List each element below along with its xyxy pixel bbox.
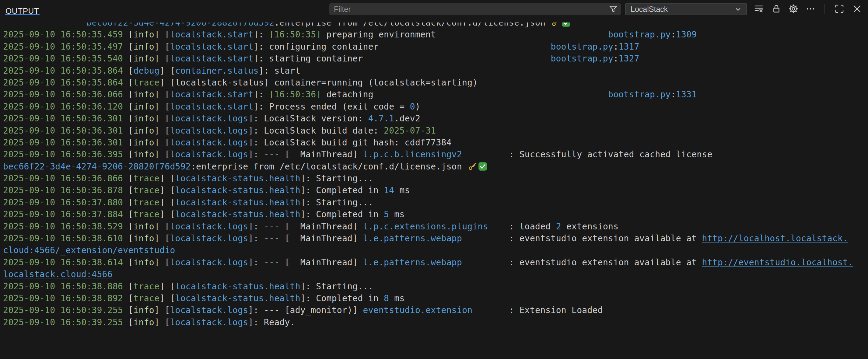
log-text: ] [ xyxy=(154,257,170,267)
log-row: 2025-09-10 16:50:38.892 [trace] [localst… xyxy=(0,292,868,304)
log-text: [ xyxy=(123,66,133,76)
log-row: 2025-09-10 16:50:36.395 [info] [localsta… xyxy=(0,149,868,160)
log-row: 2025-09-10 16:50:39.255 [info] [localsta… xyxy=(0,304,868,316)
filter-input[interactable] xyxy=(329,3,603,15)
funnel-icon xyxy=(609,5,618,14)
log-text: [ xyxy=(123,150,133,159)
log-link[interactable]: localstack.cloud:4566 xyxy=(3,269,113,279)
log-identifier: bec66f22-3d4e-4274-9206-28820f76d592 xyxy=(3,162,191,172)
log-identifier: localstack.logs xyxy=(170,126,248,136)
log-identifier: l.e.patterns.webapp xyxy=(363,257,462,267)
file-link[interactable]: bootstrap.py xyxy=(551,42,614,52)
close-panel-button[interactable] xyxy=(851,3,863,15)
log-identifier: l.e.patterns.webapp xyxy=(363,233,462,243)
log-identifier: 0 xyxy=(410,102,415,112)
log-timestamp: 2025-09-10 16:50:38.886 xyxy=(3,282,123,291)
log-padding xyxy=(472,305,509,315)
log-row-clipped: bec66f22-3d4e-4274-9206-28820f76d592:ent… xyxy=(0,23,868,29)
log-row: 2025-09-10 16:50:38.610 [info] [localsta… xyxy=(0,232,868,244)
log-text: [ xyxy=(123,209,133,219)
log-text: [ xyxy=(123,102,133,112)
file-link[interactable]: 1317 xyxy=(618,42,640,52)
file-link[interactable]: 1327 xyxy=(618,54,640,64)
log-text: detaching xyxy=(321,90,373,99)
log-level: info xyxy=(133,137,154,148)
file-link[interactable]: bootstrap.py xyxy=(551,54,613,64)
log-timestamp: 2025-09-10 16:50:36.120 xyxy=(3,102,123,112)
log-identifier: localstack-status.health xyxy=(175,209,300,219)
log-text: ] [ xyxy=(154,54,170,64)
log-timestamp: 2025-09-10 16:50:38.892 xyxy=(3,293,123,303)
log-text: ] [localstack-status] container=running … xyxy=(159,77,477,88)
log-identifier: localstack-status.health xyxy=(175,185,300,195)
key-icon xyxy=(551,23,561,28)
log-identifier: localstack.start xyxy=(170,30,253,39)
log-level: info xyxy=(133,102,154,112)
log-link[interactable]: http://localhost.localstack. xyxy=(702,233,848,243)
more-actions-button[interactable] xyxy=(804,3,816,15)
log-text: : loaded xyxy=(509,222,556,231)
log-timestamp: trace xyxy=(133,209,159,219)
log-identifier: 2 xyxy=(556,222,561,231)
log-viewport[interactable]: bec66f22-3d4e-4274-9206-28820f76d592:ent… xyxy=(0,23,868,359)
check-icon xyxy=(477,162,488,172)
log-identifier: 8 xyxy=(384,293,389,303)
log-level: info xyxy=(133,222,154,231)
tab-output[interactable]: OUTPUT xyxy=(5,5,39,17)
log-text: ]: --- [ady_monitor)] xyxy=(248,305,363,315)
log-row: 2025-09-10 16:50:36.066 [info] [localsta… xyxy=(0,89,868,100)
log-identifier: debug xyxy=(133,66,159,76)
output-channel-value: LocalStack xyxy=(630,5,668,14)
file-link[interactable]: bootstrap.py xyxy=(608,30,671,39)
log-identifier: localstack-status.health xyxy=(175,197,300,207)
log-level: info xyxy=(133,126,154,136)
log-text: : xyxy=(613,54,618,64)
log-text: ms xyxy=(389,293,404,303)
file-link[interactable]: 1331 xyxy=(676,90,697,99)
log-timestamp: 2025-09-10 16:50:35.540 xyxy=(3,54,123,64)
log-timestamp: trace xyxy=(133,173,159,184)
log-text: :enterprise from /etc/localstack/conf.d/… xyxy=(274,23,551,28)
log-text: ms xyxy=(389,209,404,219)
log-text: ] [ xyxy=(159,66,175,76)
log-text: [ xyxy=(123,222,133,231)
log-text: ] [ xyxy=(154,102,170,112)
log-padding xyxy=(462,257,509,267)
log-link[interactable]: cloud:4566/_extension/eventstudio xyxy=(3,245,175,255)
clear-output-button[interactable] xyxy=(753,3,765,15)
log-text: ]: xyxy=(253,30,269,39)
log-text: ] [ xyxy=(159,185,175,195)
log-row: 2025-09-10 16:50:36.878 [trace] [localst… xyxy=(0,184,868,196)
log-text: [ xyxy=(123,185,133,195)
log-text: : Successfully activated cached license xyxy=(509,150,712,159)
log-text: [ xyxy=(123,293,133,303)
log-level: info xyxy=(133,233,154,243)
log-padding xyxy=(488,222,509,231)
filter-options-button[interactable] xyxy=(608,4,618,14)
gear-icon xyxy=(788,4,799,14)
log-text: preparing environment xyxy=(321,30,436,39)
log-padding xyxy=(462,233,509,243)
log-text: [ xyxy=(123,113,133,124)
log-text: ms xyxy=(394,185,410,195)
scroll-lock-button[interactable] xyxy=(770,3,782,15)
log-timestamp: [16:50:36] xyxy=(269,90,321,99)
settings-button[interactable] xyxy=(787,3,800,15)
file-link[interactable]: bootstrap.py xyxy=(608,90,671,99)
log-timestamp: 2025-09-10 16:50:36.395 xyxy=(3,150,123,159)
log-row: 2025-09-10 16:50:35.497 [info] [localsta… xyxy=(0,41,868,53)
log-text: ]: --- [ MainThread] xyxy=(248,233,363,243)
output-channel-select[interactable]: LocalStack xyxy=(625,3,747,15)
header-separator xyxy=(824,4,825,14)
log-timestamp: 2025-09-10 16:50:35.497 xyxy=(3,42,123,52)
log-text: [ xyxy=(123,173,133,184)
log-identifier: l.p.c.b.licensingv2 xyxy=(363,150,462,159)
maximize-panel-button[interactable] xyxy=(833,3,845,15)
log-text: ] [ xyxy=(154,222,170,231)
log-link[interactable]: http://eventstudio.localhost. xyxy=(702,257,854,267)
close-icon xyxy=(852,4,862,14)
log-identifier: eventstudio.extension xyxy=(363,305,473,315)
log-timestamp: 2025-09-10 16:50:37.884 xyxy=(3,209,123,219)
file-link[interactable]: 1309 xyxy=(676,30,697,39)
log-timestamp: trace xyxy=(133,293,159,303)
